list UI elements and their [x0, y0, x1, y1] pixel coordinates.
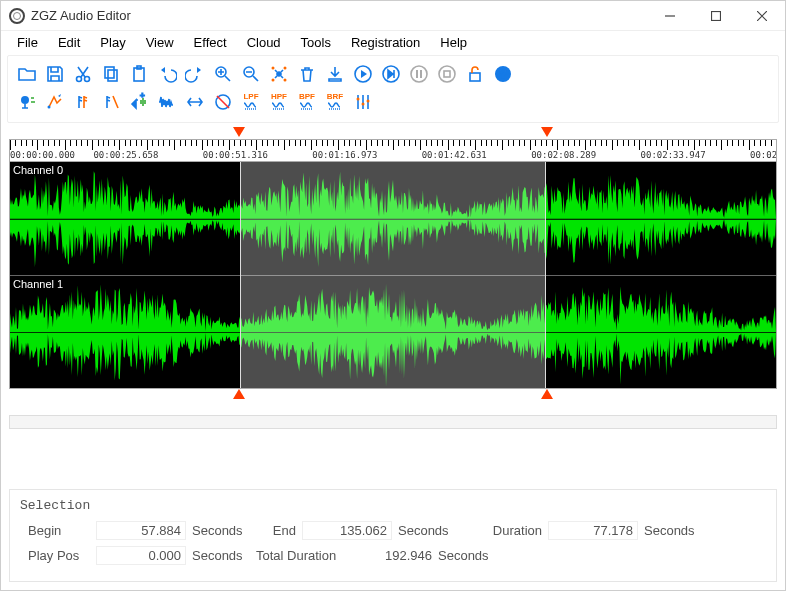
- open-icon[interactable]: [16, 63, 38, 85]
- playpos-label: Play Pos: [20, 548, 90, 563]
- svg-point-12: [272, 79, 275, 82]
- waveform-container[interactable]: Channel 0 Channel 1: [9, 161, 777, 389]
- svg-rect-18: [444, 71, 450, 77]
- speed-icon[interactable]: [44, 91, 66, 113]
- gain-icon[interactable]: +: [128, 91, 150, 113]
- reverse-icon[interactable]: [184, 91, 206, 113]
- ruler-label: 00:00:51.316: [203, 150, 268, 160]
- svg-point-31: [362, 103, 365, 106]
- svg-point-1: [77, 77, 82, 82]
- toolbar-row-2: +LPFHPFBPFBRF: [16, 88, 770, 116]
- zoom-in-icon[interactable]: [212, 63, 234, 85]
- help-icon[interactable]: ?: [492, 63, 514, 85]
- menu-play[interactable]: Play: [92, 33, 133, 52]
- menu-effect[interactable]: Effect: [186, 33, 235, 52]
- channel-label: Channel 0: [13, 164, 63, 176]
- svg-text:HPF: HPF: [271, 92, 287, 101]
- paste-icon[interactable]: [128, 63, 150, 85]
- mix-icon[interactable]: [268, 63, 290, 85]
- redo-icon[interactable]: [184, 63, 206, 85]
- play-icon[interactable]: [352, 63, 374, 85]
- svg-text:LPF: LPF: [243, 92, 258, 101]
- totaldur-label: Total Duration: [256, 548, 366, 563]
- eq-icon[interactable]: [352, 91, 374, 113]
- svg-point-10: [272, 67, 275, 70]
- waveform-editor: 00:00:00.00000:00:25.65800:00:51.31600:0…: [9, 127, 777, 481]
- ruler-label: 00:01:16.973: [312, 150, 377, 160]
- ruler-label: 00:00:25.658: [93, 150, 158, 160]
- menu-bar: FileEditPlayViewEffectCloudToolsRegistra…: [1, 31, 785, 53]
- menu-tools[interactable]: Tools: [293, 33, 339, 52]
- svg-rect-3: [105, 67, 114, 78]
- duration-value[interactable]: 77.178: [548, 521, 638, 540]
- selection-marker-end-bottom[interactable]: [541, 389, 553, 399]
- svg-text:?: ?: [500, 68, 507, 80]
- selection-marker-start-top[interactable]: [233, 127, 245, 137]
- minimize-button[interactable]: [647, 1, 693, 31]
- ruler-label: 00:00:00.000: [10, 150, 75, 160]
- menu-view[interactable]: View: [138, 33, 182, 52]
- export-icon[interactable]: [324, 63, 346, 85]
- delete-icon[interactable]: [296, 63, 318, 85]
- pause-icon[interactable]: [408, 63, 430, 85]
- svg-rect-4: [108, 70, 117, 81]
- svg-point-11: [284, 67, 287, 70]
- marker-bar-top[interactable]: [9, 127, 777, 139]
- totaldur-unit: Seconds: [438, 548, 496, 563]
- svg-point-13: [284, 79, 287, 82]
- svg-text:BPF: BPF: [299, 92, 315, 101]
- pitch-icon[interactable]: [72, 91, 94, 113]
- begin-unit: Seconds: [192, 523, 250, 538]
- close-button[interactable]: [739, 1, 785, 31]
- volume-icon[interactable]: [100, 91, 122, 113]
- app-icon: [9, 8, 25, 24]
- menu-edit[interactable]: Edit: [50, 33, 88, 52]
- end-value[interactable]: 135.062: [302, 521, 392, 540]
- unlock-icon[interactable]: [464, 63, 486, 85]
- selection-marker-start-bottom[interactable]: [233, 389, 245, 399]
- totaldur-value: 192.946: [372, 548, 432, 563]
- horizontal-scrollbar[interactable]: [9, 415, 777, 429]
- end-label: End: [256, 523, 296, 538]
- svg-text:BRF: BRF: [327, 92, 344, 101]
- ruler-label: 00:01:42.631: [422, 150, 487, 160]
- lpf-icon[interactable]: LPF: [240, 91, 262, 113]
- svg-text:+: +: [140, 92, 145, 100]
- selection-overlay[interactable]: [240, 162, 546, 388]
- menu-file[interactable]: File: [9, 33, 46, 52]
- normalize-icon[interactable]: [212, 91, 234, 113]
- brf-icon[interactable]: BRF: [324, 91, 346, 113]
- save-icon[interactable]: [44, 63, 66, 85]
- menu-help[interactable]: Help: [432, 33, 475, 52]
- voice-icon[interactable]: [16, 91, 38, 113]
- playpos-value[interactable]: 0.000: [96, 546, 186, 565]
- hpf-icon[interactable]: HPF: [268, 91, 290, 113]
- toolbar-area: ? +LPFHPFBPFBRF: [7, 55, 779, 123]
- window-title: ZGZ Audio Editor: [31, 8, 131, 23]
- selection-panel: Selection Begin 57.884 Seconds End 135.0…: [9, 489, 777, 582]
- maximize-button[interactable]: [693, 1, 739, 31]
- svg-rect-0: [712, 11, 721, 20]
- cut-icon[interactable]: [72, 63, 94, 85]
- stop-icon[interactable]: [436, 63, 458, 85]
- zoom-out-icon[interactable]: [240, 63, 262, 85]
- toolbar-row-1: ?: [16, 60, 770, 88]
- copy-icon[interactable]: [100, 63, 122, 85]
- svg-rect-5: [134, 68, 144, 81]
- svg-point-30: [357, 98, 360, 101]
- duration-unit: Seconds: [644, 523, 702, 538]
- svg-point-9: [277, 72, 281, 76]
- selection-marker-end-top[interactable]: [541, 127, 553, 137]
- svg-point-17: [439, 66, 455, 82]
- begin-label: Begin: [20, 523, 90, 538]
- menu-registration[interactable]: Registration: [343, 33, 428, 52]
- svg-point-32: [367, 100, 370, 103]
- undo-icon[interactable]: [156, 63, 178, 85]
- bpf-icon[interactable]: BPF: [296, 91, 318, 113]
- marker-bar-bottom[interactable]: [9, 389, 777, 401]
- menu-cloud[interactable]: Cloud: [239, 33, 289, 52]
- begin-value[interactable]: 57.884: [96, 521, 186, 540]
- play-loop-icon[interactable]: [380, 63, 402, 85]
- time-ruler[interactable]: 00:00:00.00000:00:25.65800:00:51.31600:0…: [9, 139, 777, 161]
- waveform-icon[interactable]: [156, 91, 178, 113]
